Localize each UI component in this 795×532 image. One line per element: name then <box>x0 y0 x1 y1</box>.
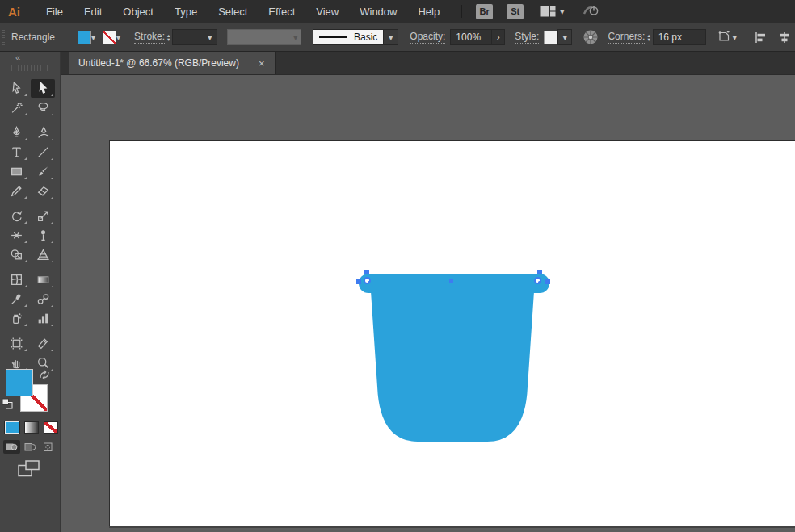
width-tool[interactable] <box>4 226 28 245</box>
default-fill-stroke-icon[interactable] <box>2 398 13 413</box>
shaper-tool[interactable] <box>4 182 28 200</box>
chevron-down-icon[interactable]: ▾ <box>116 33 120 42</box>
scale-tool[interactable] <box>31 207 55 225</box>
artboard[interactable] <box>109 140 795 526</box>
tool-flyout-indicator <box>51 177 53 179</box>
slice-tool[interactable] <box>31 334 55 353</box>
collapse-panel-icon[interactable]: « <box>15 52 19 62</box>
corners-label[interactable]: Corners: <box>608 31 645 44</box>
brush-dropdown-button[interactable]: ▾ <box>384 29 398 45</box>
shape-properties-button[interactable]: ▾ <box>717 29 737 45</box>
tool-flyout-indicator <box>24 157 27 160</box>
stepper-down-icon[interactable]: ▾ <box>647 37 650 41</box>
selection-tool[interactable] <box>4 79 28 98</box>
chevron-down-icon[interactable]: ▾ <box>91 33 95 42</box>
rotate-tool[interactable] <box>4 207 28 225</box>
illustrator-logo: Ai <box>8 5 36 19</box>
menu-effect[interactable]: Effect <box>258 6 305 18</box>
tab-close-icon[interactable]: × <box>259 58 265 69</box>
anchor-point-right[interactable] <box>545 279 550 284</box>
stroke-color-swatch[interactable] <box>103 31 116 44</box>
canvas-area[interactable] <box>61 75 795 532</box>
anchor-point-left[interactable] <box>356 279 361 284</box>
menu-window[interactable]: Window <box>349 6 407 18</box>
tool-row <box>4 245 55 264</box>
live-corner-widget-left[interactable] <box>364 277 371 284</box>
artboard-tool[interactable] <box>4 334 28 353</box>
stepper-down-icon[interactable]: ▾ <box>167 37 170 41</box>
shape-builder-tool[interactable] <box>4 245 28 264</box>
rectangle-tool[interactable] <box>4 162 28 181</box>
blend-tool[interactable] <box>31 290 55 308</box>
live-corner-widget-right[interactable] <box>534 277 541 284</box>
tool-flyout-indicator <box>51 285 53 287</box>
change-screen-mode-icon[interactable] <box>18 460 40 480</box>
direct-selection-tool[interactable] <box>31 79 55 98</box>
opacity-label[interactable]: Opacity: <box>410 31 445 44</box>
menu-file[interactable]: File <box>36 6 74 18</box>
workspace-switcher[interactable]: ▾ <box>540 6 564 17</box>
type-tool[interactable] <box>4 143 28 161</box>
tool-flyout-indicator <box>24 221 27 224</box>
pen-tool[interactable] <box>4 124 28 142</box>
column-graph-tool[interactable] <box>31 309 55 328</box>
align-horizontal-left-button[interactable] <box>755 31 768 44</box>
chevron-down-icon: ▾ <box>563 33 567 42</box>
color-button[interactable] <box>5 421 19 434</box>
brush-definition-dropdown[interactable]: Basic <box>313 29 384 45</box>
symbol-sprayer-tool[interactable] <box>4 309 28 328</box>
magic-wand-tool[interactable] <box>4 98 28 117</box>
gradient-tool[interactable] <box>31 270 55 289</box>
draw-behind-icon[interactable] <box>22 440 39 454</box>
eyedropper-tool[interactable] <box>4 290 28 308</box>
corners-field[interactable]: 16 px <box>653 29 706 45</box>
opacity-flyout-button[interactable]: › <box>492 29 505 45</box>
width-profile-dropdown[interactable]: ▾ <box>227 29 301 45</box>
mesh-tool[interactable] <box>4 270 28 289</box>
panel-drag-grip[interactable] <box>11 65 48 71</box>
menu-edit[interactable]: Edit <box>74 6 112 18</box>
menu-view[interactable]: View <box>305 6 349 18</box>
tool-row <box>4 124 55 142</box>
draw-inside-icon[interactable] <box>40 440 57 454</box>
tool-row <box>4 270 55 289</box>
stroke-weight-stepper[interactable]: ▴ ▾ <box>167 33 170 41</box>
eraser-tool[interactable] <box>31 182 55 200</box>
fill-color-swatch[interactable] <box>78 31 91 44</box>
bucket-rim-shape[interactable] <box>359 274 549 293</box>
anchor-point-center[interactable] <box>449 279 453 283</box>
opacity-field[interactable]: 100% <box>450 29 492 45</box>
anchor-point-top-right[interactable] <box>537 270 542 274</box>
corners-stepper[interactable]: ▴ ▾ <box>647 33 650 41</box>
menu-object[interactable]: Object <box>112 6 164 18</box>
touch-workspace-icon[interactable] <box>582 3 599 20</box>
style-dropdown-button[interactable]: ▾ <box>557 29 572 45</box>
recolor-artwork-button[interactable] <box>583 29 599 45</box>
curvature-tool[interactable] <box>31 124 55 142</box>
menu-type[interactable]: Type <box>164 6 208 18</box>
swap-fill-stroke-icon[interactable] <box>37 369 52 384</box>
tool-flyout-indicator <box>51 157 53 160</box>
bridge-button[interactable]: Br <box>476 4 493 19</box>
stroke-weight-label[interactable]: Stroke: <box>134 31 165 44</box>
stroke-weight-dropdown[interactable]: ▾ <box>172 29 217 45</box>
line-segment-tool[interactable] <box>31 143 55 161</box>
stock-button[interactable]: St <box>507 4 524 19</box>
bucket-body-shape[interactable] <box>371 291 534 442</box>
paintbrush-tool[interactable] <box>31 162 55 181</box>
tool-flyout-indicator <box>24 349 27 351</box>
perspective-grid-tool[interactable] <box>31 245 55 264</box>
anchor-point-top-left[interactable] <box>364 270 369 274</box>
draw-normal-icon[interactable] <box>3 440 20 454</box>
none-button[interactable] <box>44 421 58 434</box>
menu-help[interactable]: Help <box>407 6 450 18</box>
fill-swatch[interactable] <box>6 369 33 396</box>
lasso-tool[interactable] <box>31 98 55 117</box>
style-label[interactable]: Style: <box>515 31 539 44</box>
graphic-style-swatch[interactable] <box>544 31 557 44</box>
puppet-warp-tool[interactable] <box>31 226 55 245</box>
document-tab[interactable]: Untitled-1* @ 66.67% (RGB/Preview) × <box>69 52 276 74</box>
gradient-button[interactable] <box>24 421 39 434</box>
align-horizontal-center-button[interactable] <box>778 31 791 44</box>
menu-select[interactable]: Select <box>208 6 258 18</box>
